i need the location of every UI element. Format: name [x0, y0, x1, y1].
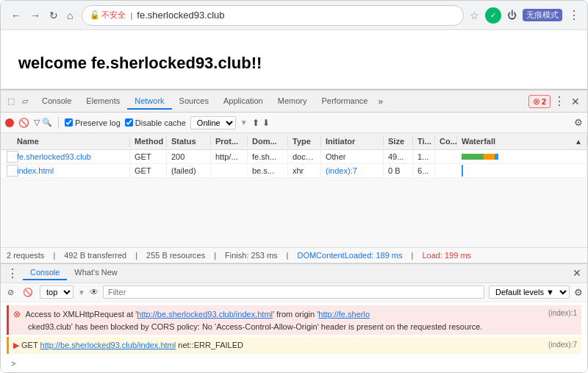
separator: |: [53, 251, 55, 260]
prompt-icon: >: [11, 358, 15, 370]
forward-button[interactable]: →: [27, 8, 43, 23]
devtools-menu-button[interactable]: ⋮: [551, 93, 568, 110]
row-size: 49...: [384, 150, 413, 163]
col-header-method: Method: [130, 135, 167, 147]
address-bar[interactable]: 🔓 不安全 | fe.sherlocked93.club: [82, 5, 464, 26]
tab-memory[interactable]: Memory: [270, 93, 315, 110]
col-header-status: Status: [167, 135, 211, 147]
table-row[interactable]: fe.sherlocked93.club GET 200 http/... fe…: [1, 150, 587, 164]
page-title: welcome fe.sherlocked93.club!!: [18, 54, 262, 73]
console-prompt[interactable]: >: [7, 356, 581, 372]
disable-cache-checkbox[interactable]: [125, 118, 133, 127]
devtools-close-button[interactable]: ✕: [568, 94, 583, 109]
network-table: Name Method Status Prot... Dom... Type I…: [1, 133, 587, 247]
col-header-size: Size: [384, 135, 413, 147]
console-section: ⋮ Console What's New ✕ ⊘ 🚫 top ▼ 👁 Defau…: [1, 263, 587, 374]
row-waterfall: [457, 165, 587, 177]
waterfall-bar: [462, 153, 498, 160]
browser-toolbar: ← → ↻ ⌂ 🔓 不安全 | fe.sherlocked93.club ☆ ✓…: [1, 1, 587, 30]
console-filter-button[interactable]: 🚫: [21, 287, 35, 298]
row-waterfall: [457, 151, 587, 163]
row-type: xhr: [288, 164, 321, 177]
col-header-domain: Dom...: [248, 135, 288, 147]
row-name[interactable]: index.html: [12, 164, 130, 177]
tab-sources[interactable]: Sources: [172, 93, 216, 110]
tab-whats-new[interactable]: What's New: [67, 266, 124, 280]
transferred: 492 B transferred: [64, 251, 126, 260]
row-name[interactable]: fe.sherlocked93.club: [12, 150, 130, 163]
tab-console[interactable]: Console: [35, 93, 79, 110]
row-method: GET: [130, 150, 167, 163]
console-error-message: ⊗ Access to XMLHttpRequest at 'http://be…: [7, 305, 581, 335]
error-url1[interactable]: http://be.sherlocked93.club/index.html: [137, 310, 273, 319]
tab-network[interactable]: Network: [127, 93, 171, 110]
device-icon[interactable]: ▱: [20, 94, 30, 108]
context-select[interactable]: top: [40, 285, 74, 299]
console-settings-button[interactable]: ⚙: [574, 287, 583, 298]
separator: |: [412, 251, 414, 260]
bookmark-icon[interactable]: ☆: [470, 10, 479, 21]
console-tab-bar: ⋮ Console What's New ✕: [1, 264, 587, 283]
col-header-co: Co...: [435, 135, 457, 147]
nav-buttons: ← → ↻ ⌂: [8, 8, 76, 23]
requests-count: 2 requests: [7, 251, 44, 260]
back-button[interactable]: ←: [8, 8, 24, 23]
console-filter-input[interactable]: [103, 285, 484, 299]
load-time: Load: 199 ms: [422, 251, 471, 260]
row-domain: fe.sh...: [248, 150, 288, 163]
profile-avatar[interactable]: 无痕模式: [523, 9, 562, 21]
row-status: (failed): [167, 164, 211, 177]
console-clear-button[interactable]: ⊘: [5, 287, 16, 298]
error-url2[interactable]: http://fe.sherlo: [318, 310, 370, 319]
security-badge: 🔓 不安全: [90, 10, 126, 21]
upload-icon[interactable]: ⬆: [252, 118, 259, 128]
col-header-time: Ti...: [413, 135, 435, 147]
row-co: [435, 154, 457, 159]
console-close-button[interactable]: ✕: [573, 267, 581, 279]
separator: |: [135, 251, 137, 260]
tab-console-bottom[interactable]: Console: [23, 266, 67, 280]
summary-bar: 2 requests | 492 B transferred | 255 B r…: [1, 247, 587, 263]
table-body: fe.sherlocked93.club GET 200 http/... fe…: [1, 150, 587, 178]
inspect-icon[interactable]: ⬚: [5, 94, 17, 108]
row-size: 0 B: [384, 164, 413, 177]
console-dots-button[interactable]: ⋮: [7, 266, 18, 280]
levels-select[interactable]: Default levels ▼: [489, 285, 570, 299]
row-status: 200: [167, 150, 211, 163]
throttle-select[interactable]: Online: [190, 116, 236, 129]
bar-thin-blue: [462, 165, 463, 177]
preserve-log-checkbox[interactable]: [65, 118, 73, 127]
preserve-log-label[interactable]: Preserve log: [65, 118, 121, 127]
col-header-name: Name: [12, 135, 130, 147]
bar-green: [462, 154, 484, 160]
table-row[interactable]: index.html GET (failed) be.s... xhr (ind…: [1, 164, 587, 178]
tab-elements[interactable]: Elements: [79, 93, 127, 110]
row-protocol: [211, 168, 248, 173]
download-icon[interactable]: ⬇: [262, 118, 270, 128]
console-warning-message: ▶ GET http://be.sherlocked93.club/index.…: [7, 337, 581, 354]
search-icon[interactable]: 🔍: [42, 118, 52, 127]
eye-icon[interactable]: 👁: [90, 287, 98, 297]
disable-cache-label[interactable]: Disable cache: [125, 118, 186, 127]
finish-time: Finish: 253 ms: [225, 251, 278, 260]
row-initiator[interactable]: (index):7: [321, 164, 384, 177]
menu-button[interactable]: ⋮: [568, 8, 580, 22]
tab-application[interactable]: Application: [216, 93, 270, 110]
warning-url[interactable]: http://be.sherlocked93.club/index.html: [40, 341, 176, 349]
checkbox-col: [1, 135, 12, 147]
more-tabs-button[interactable]: »: [375, 93, 386, 110]
tab-performance[interactable]: Performance: [314, 93, 375, 110]
extension-button[interactable]: ✓: [485, 7, 501, 24]
error-count-badge[interactable]: ⊗ 2: [528, 95, 551, 108]
url-display: fe.sherlocked93.club: [137, 10, 456, 21]
record-button[interactable]: [5, 118, 14, 127]
table-header: Name Method Status Prot... Dom... Type I…: [1, 133, 587, 150]
power-icon[interactable]: ⏻: [507, 10, 517, 21]
warning-arrow-icon: ▶: [13, 341, 19, 349]
network-settings-button[interactable]: ⚙: [574, 117, 583, 128]
filter-icon[interactable]: ▽: [34, 118, 40, 127]
devtools-icons: ⬚ ▱: [5, 94, 30, 108]
home-button[interactable]: ⌂: [64, 8, 76, 23]
clear-button[interactable]: 🚫: [18, 118, 29, 128]
refresh-button[interactable]: ↻: [46, 8, 61, 23]
